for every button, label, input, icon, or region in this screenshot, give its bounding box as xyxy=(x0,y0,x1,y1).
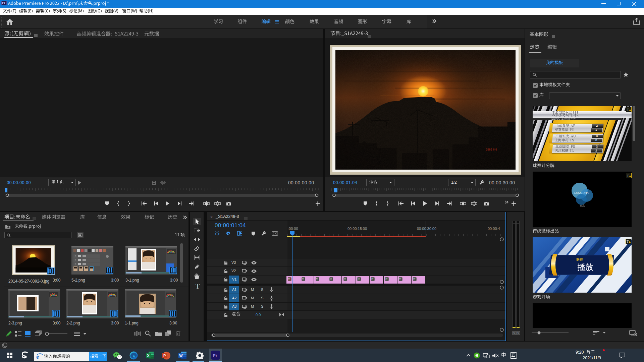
svg-text:X: X xyxy=(147,354,150,358)
svg-text:LOGOTYPE: LOGOTYPE xyxy=(574,191,589,194)
svg-text:2886 6 8: 2886 6 8 xyxy=(486,148,497,151)
svg-text:T: T xyxy=(627,108,629,112)
svg-text:W: W xyxy=(179,354,183,358)
svg-text:T: T xyxy=(627,174,629,178)
svg-text:T: T xyxy=(627,240,629,243)
svg-text:P: P xyxy=(163,354,166,358)
